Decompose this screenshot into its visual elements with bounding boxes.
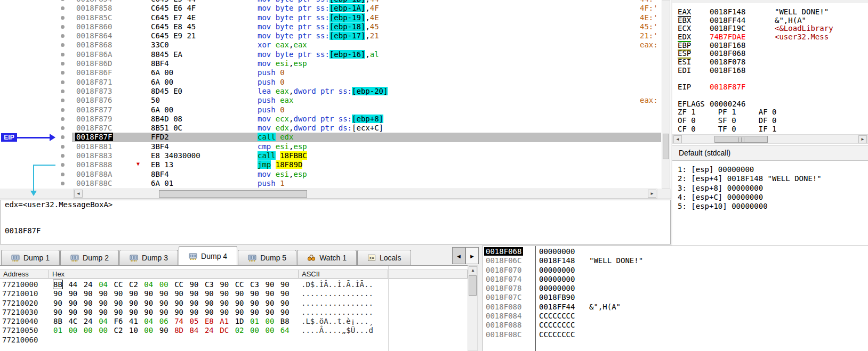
disasm-row[interactable]: 0018F86A8845 EAmov byte ptr ss:[ebp-16],… xyxy=(0,50,661,59)
disasm-row[interactable]: 0018F85CC645 E7 4Emov byte ptr ss:[ebp-1… xyxy=(0,13,661,22)
stack-row[interactable]: 0018F084CCCCCCCC xyxy=(483,312,868,321)
stack-row[interactable]: 0018F06800000000 xyxy=(483,247,868,256)
dump-vscrollbar-thumb[interactable] xyxy=(469,275,477,296)
register-row[interactable]: OF 0 SF 0 DF 0 xyxy=(672,116,868,125)
disasm-row[interactable]: 0018F888▼EB 13jmp 18F89D xyxy=(0,160,661,169)
tab-dump-2[interactable]: Dump 2 xyxy=(60,250,119,265)
register-row[interactable]: ESP0018F068 xyxy=(672,49,868,58)
disasm-row[interactable]: 0018F8738D45 E0lea eax,dword ptr ss:[ebp… xyxy=(0,87,661,96)
dump-column-header-hex[interactable]: Hex xyxy=(49,270,299,278)
dump-row[interactable]: 7721001090909090909090909090909090909090… xyxy=(0,289,468,298)
stack-row[interactable]: 0018F0800018FF44&",H(A" xyxy=(483,303,868,312)
disasm-row[interactable]: 0018F8716A 00push 0 xyxy=(0,78,661,87)
breakpoint-dot[interactable] xyxy=(61,0,65,1)
breakpoint-dot[interactable] xyxy=(61,126,65,130)
stack-arg[interactable]: 4: [esp+C] 00000000 xyxy=(672,193,868,202)
disasm-row[interactable]: 0018F86D8BF4mov esi,esp xyxy=(0,59,661,68)
register-row[interactable]: ECX0018F19C<&LoadLibrary xyxy=(672,24,868,32)
breakpoint-dot[interactable] xyxy=(61,182,65,185)
dump-column-header-filler[interactable] xyxy=(388,270,468,278)
breakpoint-dot[interactable] xyxy=(61,43,65,47)
stack-arg[interactable]: 5: [esp+10] 00000000 xyxy=(672,202,868,211)
breakpoint-dot[interactable] xyxy=(61,163,65,167)
disasm-row[interactable]: 0018F860C645 E8 45mov byte ptr ss:[ebp-1… xyxy=(0,22,661,31)
register-row[interactable]: EFLAGS00000246 xyxy=(672,100,868,108)
disasm-vscrollbar[interactable] xyxy=(662,0,670,189)
tab-watch-1[interactable]: Watch 1 xyxy=(297,250,357,265)
registers-hscrollbar-thumb[interactable] xyxy=(714,136,768,143)
dump-row[interactable]: 7721002090909090909090909090909090909090… xyxy=(0,299,468,308)
tab-dump-3[interactable]: Dump 3 xyxy=(119,250,178,265)
disasm-row[interactable]: 0018F883E8 34030000call 18FBBC xyxy=(0,151,661,160)
breakpoint-dot[interactable] xyxy=(61,6,65,10)
disasm-hscrollbar-thumb[interactable] xyxy=(159,190,307,198)
disasm-row[interactable]: 0018F864C645 E9 21mov byte ptr ss:[ebp-1… xyxy=(0,31,661,40)
registers-hscrollbar[interactable]: ◄ ► xyxy=(672,134,868,144)
stack-arg[interactable]: 3: [esp+8] 00000000 xyxy=(672,184,868,193)
tab-scroll-left-icon[interactable]: ◄ xyxy=(452,247,465,264)
breakpoint-dot[interactable] xyxy=(61,154,65,158)
breakpoint-dot[interactable] xyxy=(61,80,65,84)
disasm-hscrollbar[interactable]: ◄ ► xyxy=(73,189,657,199)
disasm-row[interactable]: 0018F8813BF4cmp esi,esp xyxy=(0,142,661,151)
register-row[interactable]: EIP0018F87F xyxy=(672,83,868,91)
dump-row[interactable]: 77210060 xyxy=(0,336,468,345)
register-row[interactable]: EBP0018F168 xyxy=(672,41,868,50)
disasm-row[interactable]: 0018F86833C0xor eax,eaxeax: xyxy=(0,40,661,50)
breakpoint-dot[interactable] xyxy=(61,53,65,56)
register-row[interactable]: CF 0 TF 0 IF 1 xyxy=(672,125,868,133)
register-row[interactable]: EAX0018F148"WELL DONE!" xyxy=(672,7,868,16)
dump-column-header-ascii[interactable]: ASCII xyxy=(299,270,388,278)
disasm-row[interactable]: 0018F87650push eaxeax: xyxy=(0,96,661,105)
stack-row[interactable]: 0018F07C0018FB90 xyxy=(483,293,868,302)
scroll-up-icon[interactable]: ▲ xyxy=(469,266,477,274)
breakpoint-dot[interactable] xyxy=(61,99,65,102)
disasm-row[interactable]: 0018F858C645 E6 4Fmov byte ptr ss:[ebp-1… xyxy=(0,4,661,13)
stack-row[interactable]: 0018F07000000000 xyxy=(483,266,868,275)
disasm-row[interactable]: 0018F87FFFD2call edx xyxy=(0,133,661,142)
register-row[interactable]: EDX74B7FDAE<user32.Mess xyxy=(672,32,868,41)
breakpoint-dot[interactable] xyxy=(61,173,65,176)
breakpoint-dot[interactable] xyxy=(61,89,65,93)
disasm-row[interactable]: 0018F854C645 E5 44mov byte ptr ss:[ebp-1… xyxy=(0,0,661,4)
breakpoint-dot[interactable] xyxy=(61,135,65,139)
selected-byte[interactable]: 8B xyxy=(53,280,62,289)
breakpoint-dot[interactable] xyxy=(61,145,65,149)
register-row[interactable]: ESI0018F078 xyxy=(672,58,868,66)
register-row[interactable]: EBX0018FF44&",H(A" xyxy=(672,16,868,25)
stack-row[interactable]: 0018F08CCCCCCCCC xyxy=(483,330,868,339)
disasm-row[interactable]: 0018F88A8BF4mov esi,esp xyxy=(0,170,661,179)
stack-row[interactable]: 0018F07800000000 xyxy=(483,284,868,293)
dump-column-header-address[interactable]: Address xyxy=(0,270,49,278)
breakpoint-dot[interactable] xyxy=(61,25,65,29)
tab-dump-5[interactable]: Dump 5 xyxy=(238,250,296,265)
disasm-vscrollbar-thumb[interactable] xyxy=(663,134,669,159)
stack-arg[interactable]: 2: [esp+4] 0018F148 "WELL DONE!" xyxy=(672,174,868,183)
dump-vscrollbar[interactable]: ▲ xyxy=(468,265,478,351)
register-row[interactable]: EDI0018F168 xyxy=(672,66,868,75)
stack-row[interactable]: 0018F06C0018F148"WELL DONE!" xyxy=(483,256,868,265)
disasm-row[interactable]: 0018F86F6A 00push 0 xyxy=(0,68,661,77)
disasm-row[interactable]: 0018F8776A 00push 0 xyxy=(0,105,661,115)
tab-dump-4[interactable]: Dump 4 xyxy=(179,246,237,265)
breakpoint-dot[interactable] xyxy=(61,117,65,121)
breakpoint-dot[interactable] xyxy=(61,108,65,112)
tab-locals[interactable]: x=Locals xyxy=(357,250,411,265)
breakpoint-dot[interactable] xyxy=(61,71,65,75)
register-row[interactable]: ZF 1 PF 1 AF 0 xyxy=(672,108,868,116)
disasm-row[interactable]: 0018F8798B4D 08mov ecx,dword ptr ss:[ebp… xyxy=(0,115,661,124)
tab-scroll-right-icon[interactable]: ► xyxy=(465,247,479,264)
stack-row[interactable]: 0018F07400000000 xyxy=(483,275,868,284)
dump-row[interactable]: 7721005001000000C21000908D8424DC02000064… xyxy=(0,326,468,335)
breakpoint-dot[interactable] xyxy=(61,62,65,66)
breakpoint-dot[interactable] xyxy=(61,16,65,20)
scroll-left-icon[interactable]: ◄ xyxy=(74,190,83,198)
breakpoint-dot[interactable] xyxy=(61,34,65,38)
dump-row[interactable]: 7721003090909090909090909090909090909090… xyxy=(0,308,468,317)
calling-convention-select[interactable]: Default (stdcall) xyxy=(672,145,868,161)
scroll-left-icon[interactable]: ◄ xyxy=(673,135,682,143)
tab-dump-1[interactable]: Dump 1 xyxy=(1,250,60,265)
scroll-right-icon[interactable]: ► xyxy=(858,135,867,143)
scroll-right-icon[interactable]: ► xyxy=(648,190,656,198)
register-row[interactable] xyxy=(672,75,868,83)
